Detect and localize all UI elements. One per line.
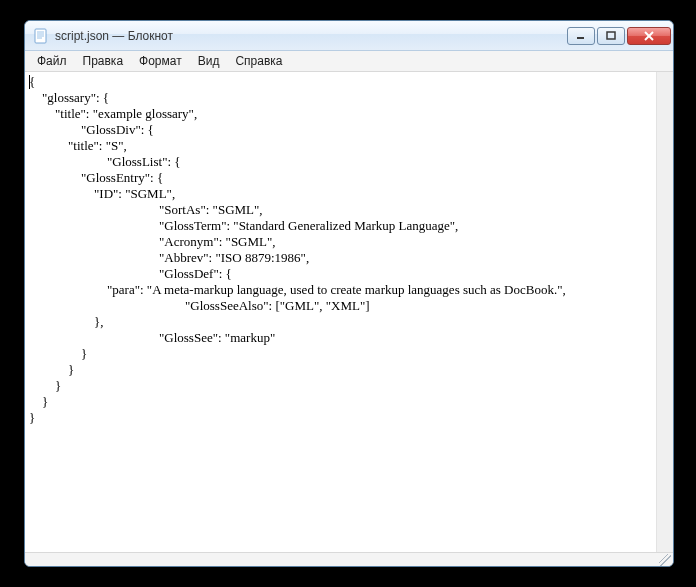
menu-file[interactable]: Файл: [29, 51, 75, 71]
minimize-button[interactable]: [567, 27, 595, 45]
resize-grip-icon[interactable]: [659, 554, 671, 566]
menu-view[interactable]: Вид: [190, 51, 228, 71]
svg-rect-6: [607, 32, 615, 39]
menubar: Файл Правка Формат Вид Справка: [25, 51, 673, 72]
menu-help[interactable]: Справка: [227, 51, 290, 71]
maximize-button[interactable]: [597, 27, 625, 45]
window-title: script.json — Блокнот: [55, 29, 567, 43]
window-controls: [567, 27, 671, 45]
menu-format[interactable]: Формат: [131, 51, 190, 71]
menu-edit[interactable]: Правка: [75, 51, 132, 71]
titlebar[interactable]: script.json — Блокнот: [25, 21, 673, 51]
editor-content: { "glossary": { "title": "example glossa…: [29, 74, 566, 425]
statusbar: [25, 552, 673, 566]
close-button[interactable]: [627, 27, 671, 45]
notepad-icon: [33, 28, 49, 44]
vertical-scrollbar[interactable]: [656, 72, 673, 552]
app-window: script.json — Блокнот Файл Правка Формат…: [24, 20, 674, 567]
text-editor[interactable]: { "glossary": { "title": "example glossa…: [25, 72, 673, 552]
